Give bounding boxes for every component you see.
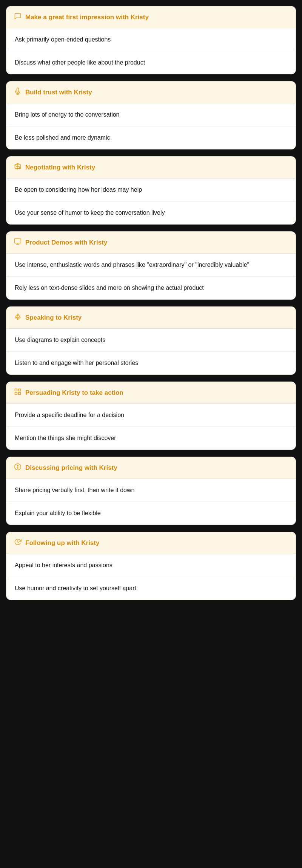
card-item-product-demos-0: Use intense, enthusiastic words and phra…	[6, 254, 296, 277]
card-header-speaking: Speaking to Kristy	[6, 307, 296, 329]
card-header-persuading: Persuading Kristy to take action	[6, 382, 296, 404]
card-header-product-demos: Product Demos with Kristy	[6, 232, 296, 254]
card-title-negotiating: Negotiating with Kristy	[25, 164, 95, 171]
card-item-persuading-0: Provide a specific deadline for a decisi…	[6, 404, 296, 427]
card-first-impression: Make a great first impression with Krist…	[6, 6, 296, 74]
svg-rect-12	[15, 389, 17, 391]
card-build-trust: Build trust with KristyBring lots of ene…	[6, 81, 296, 149]
svg-rect-15	[15, 392, 17, 395]
card-item-persuading-1: Mention the things she might discover	[6, 427, 296, 449]
card-title-first-impression: Make a great first impression with Krist…	[25, 14, 149, 21]
card-persuading: Persuading Kristy to take actionProvide …	[6, 382, 296, 450]
card-title-speaking: Speaking to Kristy	[25, 314, 82, 322]
card-product-demos: Product Demos with KristyUse intense, en…	[6, 231, 296, 300]
person-network-icon	[14, 313, 22, 320]
card-item-build-trust-0: Bring lots of energy to the conversation	[6, 103, 296, 126]
card-title-product-demos: Product Demos with Kristy	[25, 239, 107, 246]
svg-rect-5	[15, 239, 21, 243]
card-title-pricing: Discussing pricing with Kristy	[25, 464, 117, 472]
card-item-following-up-1: Use humor and creativity to set yourself…	[6, 577, 296, 600]
card-item-pricing-0: Share pricing verbally first, then write…	[6, 479, 296, 502]
card-item-build-trust-1: Be less polished and more dynamic	[6, 126, 296, 149]
card-item-first-impression-1: Discuss what other people like about the…	[6, 51, 296, 74]
card-title-persuading: Persuading Kristy to take action	[25, 389, 123, 397]
monitor-icon	[14, 238, 22, 245]
card-item-first-impression-0: Ask primarily open-ended questions	[6, 28, 296, 51]
dollar-icon	[14, 463, 22, 471]
card-header-first-impression: Make a great first impression with Krist…	[6, 6, 296, 28]
svg-rect-14	[18, 392, 21, 395]
card-speaking: Speaking to KristyUse diagrams to explai…	[6, 306, 296, 375]
card-header-following-up: Following up with Kristy	[6, 532, 296, 554]
chat-icon	[14, 12, 22, 20]
card-title-following-up: Following up with Kristy	[25, 539, 99, 547]
card-title-build-trust: Build trust with Kristy	[25, 89, 92, 96]
card-item-product-demos-1: Rely less on text-dense slides and more …	[6, 277, 296, 299]
card-header-build-trust: Build trust with Kristy	[6, 82, 296, 103]
card-item-negotiating-0: Be open to considering how her ideas may…	[6, 179, 296, 202]
card-header-pricing: Discussing pricing with Kristy	[6, 457, 296, 479]
scales-icon	[14, 163, 22, 170]
clock-refresh-icon	[14, 538, 22, 546]
card-pricing: Discussing pricing with KristyShare pric…	[6, 457, 296, 525]
card-item-following-up-0: Appeal to her interests and passions	[6, 554, 296, 577]
card-following-up: Following up with KristyAppeal to her in…	[6, 532, 296, 600]
card-item-speaking-0: Use diagrams to explain concepts	[6, 329, 296, 352]
card-item-negotiating-1: Use your sense of humor to keep the conv…	[6, 202, 296, 224]
svg-rect-13	[18, 389, 21, 391]
card-header-negotiating: Negotiating with Kristy	[6, 157, 296, 179]
card-item-pricing-1: Explain your ability to be flexible	[6, 502, 296, 525]
cards-container: Make a great first impression with Krist…	[6, 6, 296, 600]
card-item-speaking-1: Listen to and engage with her personal s…	[6, 352, 296, 374]
microphone-icon	[14, 88, 22, 95]
grid-icon	[14, 388, 22, 396]
card-negotiating: Negotiating with KristyBe open to consid…	[6, 156, 296, 225]
